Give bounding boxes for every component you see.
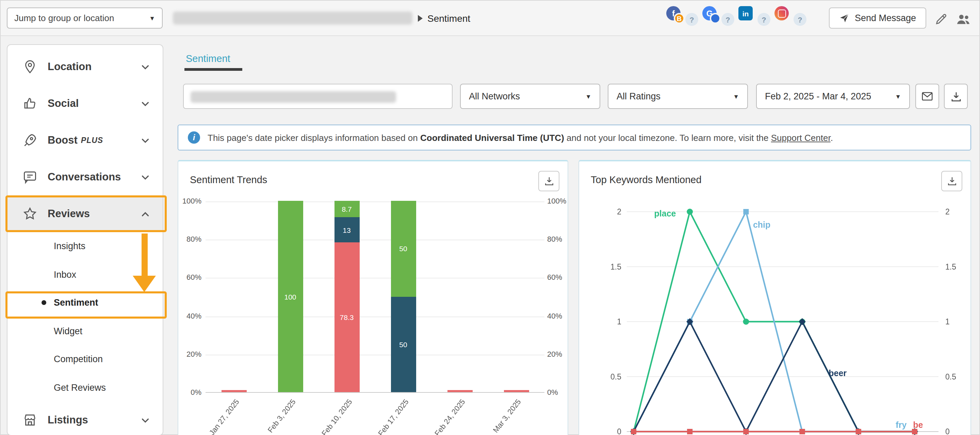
jump-to-group-select[interactable]: Jump to group or location ▼ [7, 8, 163, 29]
contacts-people-icon[interactable] [955, 11, 971, 27]
help-icon[interactable]: ? [757, 5, 772, 30]
sidebar-subitem-inbox[interactable]: Inbox [8, 260, 163, 288]
y-axis-tick: 40% [547, 311, 573, 320]
sidebar-item-label: Boost [48, 134, 78, 147]
top-keywords-card: Top Keywords Mentioned 000.50.5111.51.52… [579, 160, 971, 435]
bar-segment-negative [447, 390, 472, 392]
storefront-icon [22, 413, 37, 427]
chevron-up-icon [140, 209, 150, 219]
sidebar-subitem-sentiment[interactable]: Sentiment [8, 288, 163, 317]
instagram-icon[interactable] [775, 5, 791, 30]
sidebar-item-listings[interactable]: Listings [8, 402, 163, 435]
gridline [205, 278, 544, 279]
chat-bubble-icon [22, 169, 37, 185]
sidebar-subitem-widget[interactable]: Widget [8, 317, 163, 345]
help-icon[interactable]: ? [685, 5, 700, 30]
date-range-value: Feb 2, 2025 - Mar 4, 2025 [765, 91, 871, 102]
subitem-label: Sentiment [54, 298, 98, 308]
compose-pencil-icon[interactable] [933, 11, 950, 27]
brand-b-icon: B [674, 13, 685, 24]
gridline [205, 240, 544, 240]
y-axis-tick: 0% [176, 388, 202, 396]
gridline [205, 316, 544, 317]
sidebar-item-label: Reviews [48, 208, 90, 220]
bar-segment-negative: 78.3 [334, 242, 360, 392]
sidebar-item-boost[interactable]: BoostPLUS [8, 122, 163, 159]
marker-place [743, 319, 749, 325]
network-filter-select[interactable]: All Networks ▼ [460, 84, 600, 109]
bar-segment-neutral: 13 [334, 218, 360, 242]
chevron-down-icon [140, 62, 150, 72]
thumbs-up-icon [22, 96, 37, 111]
y-axis-tick: 20% [176, 350, 202, 358]
download-chart-button[interactable] [941, 171, 962, 191]
location-pin-icon [22, 59, 37, 74]
linkedin-icon[interactable]: in [738, 5, 755, 30]
date-range-select[interactable]: Feb 2, 2025 - Mar 4, 2025 ▼ [756, 84, 910, 109]
sidebar-menu: LocationSocialBoostPLUSConversationsRevi… [8, 45, 163, 435]
y-axis-tick: 100% [547, 197, 573, 205]
rocket-icon [22, 133, 37, 148]
gridline [205, 201, 544, 202]
send-message-button[interactable]: Send Message [829, 8, 926, 29]
y-axis-tick: 1 [617, 317, 621, 326]
tab-sentiment[interactable]: Sentiment [186, 53, 231, 64]
bar-segment-neutral: 50 [391, 296, 416, 392]
marker-chip [743, 209, 749, 214]
sidebar-item-reviews[interactable]: Reviews [8, 195, 163, 232]
series-label-chip: chip [753, 220, 770, 229]
sidebar-item-label: Conversations [48, 171, 121, 183]
help-glyph: ? [757, 13, 770, 26]
email-report-button[interactable] [915, 84, 939, 109]
location-search-input[interactable] [183, 84, 453, 109]
sidebar-item-label: Listings [48, 414, 88, 426]
star-icon [22, 206, 37, 221]
support-center-link[interactable]: Support Center [771, 132, 830, 143]
subitem-label: Widget [54, 326, 82, 336]
y-axis-tick: 2 [945, 207, 950, 216]
sidebar-subitem-competition[interactable]: Competition [8, 345, 163, 373]
send-message-label: Send Message [855, 13, 916, 23]
y-axis-tick: 0.5 [611, 372, 621, 381]
y-axis-tick: 80% [547, 235, 573, 243]
rating-filter-select[interactable]: All Ratings ▼ [608, 84, 748, 109]
top-keywords-plot: 000.50.5111.51.522placechipbeerfrybe [579, 199, 972, 435]
redacted-input-value [191, 91, 396, 103]
y-axis-tick: 1.5 [945, 263, 956, 271]
sidebar-item-location[interactable]: Location [8, 48, 163, 85]
instagram-glyph [775, 6, 789, 21]
download-report-button[interactable] [944, 84, 968, 109]
sidebar-item-conversations[interactable]: Conversations [8, 159, 163, 195]
help-icon[interactable]: ? [794, 5, 808, 30]
download-chart-button[interactable] [538, 171, 559, 191]
send-icon [839, 13, 850, 23]
subitem-label: Competition [54, 354, 103, 365]
marker-beer [799, 318, 805, 325]
chevron-down-icon [140, 98, 150, 108]
breadcrumb-current: Sentiment [427, 13, 470, 24]
facebook-icon[interactable]: fB [666, 5, 682, 30]
gridline [205, 355, 544, 355]
network-filter-value: All Networks [469, 91, 520, 102]
y-axis-tick: 60% [176, 273, 202, 282]
sidebar-subitem-insights[interactable]: Insights [8, 232, 163, 260]
jump-to-group-label: Jump to group or location [14, 13, 114, 23]
download-icon [950, 90, 962, 102]
y-axis-tick: 0% [547, 388, 573, 396]
sidebar-item-social[interactable]: Social [8, 85, 163, 122]
account-icons: fB?G?in?? [666, 5, 808, 30]
help-icon[interactable]: ? [721, 5, 736, 30]
info-icon: i [188, 131, 200, 143]
breadcrumb-arrow-icon [418, 15, 423, 22]
series-label-be: be [913, 420, 923, 430]
sidebar-item-label: Location [48, 61, 92, 73]
google-icon[interactable]: G [702, 5, 719, 30]
sidebar-subitem-get-reviews[interactable]: Get Reviews [8, 373, 163, 402]
utc-notice-banner: i This page's date picker displays infor… [178, 124, 971, 150]
sidebar-item-label: Social [48, 97, 79, 110]
breadcrumb: Sentiment [418, 13, 470, 24]
marker-be [687, 429, 692, 434]
chevron-down-icon [140, 172, 150, 182]
app-root: Jump to group or location ▼ Sentiment fB… [0, 0, 980, 435]
help-glyph: ? [794, 13, 807, 26]
